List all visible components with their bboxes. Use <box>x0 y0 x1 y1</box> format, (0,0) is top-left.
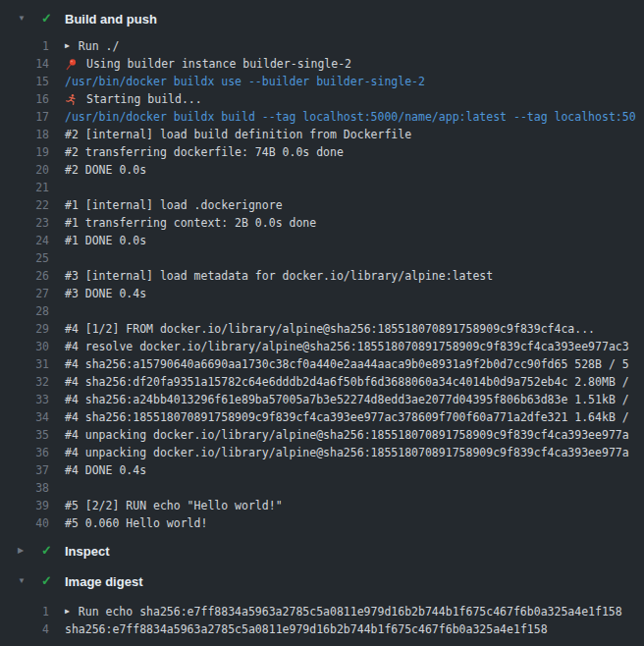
log-line: 25 <box>0 249 644 267</box>
line-number[interactable]: 16 <box>0 90 49 108</box>
log-text: #4 unpacking docker.io/library/alpine@sh… <box>65 444 629 461</box>
line-number[interactable]: 20 <box>0 161 49 179</box>
log-line-text: ▶Run ./ <box>49 37 644 55</box>
log-line-text: #5 [2/2] RUN echo "Hello world!" <box>49 497 644 514</box>
line-number[interactable]: 15 <box>0 73 49 90</box>
line-number[interactable]: 36 <box>0 444 49 461</box>
pushpin-icon <box>65 58 78 71</box>
log-text: #4 sha256:a24bb4013296f61e89ba57005a7b3e… <box>65 391 629 408</box>
line-number[interactable]: 38 <box>0 479 49 497</box>
check-icon: ✓ <box>41 10 65 27</box>
log-line: 16Starting build... <box>0 90 644 108</box>
line-number[interactable]: 23 <box>0 214 49 232</box>
run-arrow-icon[interactable]: ▶ <box>65 603 70 620</box>
log-line-text <box>49 249 644 267</box>
log-line-text: #4 unpacking docker.io/library/alpine@sh… <box>49 426 644 444</box>
runner-icon <box>65 93 78 106</box>
log-line-text: #4 unpacking docker.io/library/alpine@sh… <box>49 444 644 461</box>
line-number[interactable]: 37 <box>0 461 49 479</box>
line-number[interactable]: 28 <box>0 302 49 320</box>
log-line: 24#1 DONE 0.0s <box>0 232 644 249</box>
line-number[interactable]: 17 <box>0 108 49 126</box>
log-line-text: /usr/bin/docker buildx build --tag local… <box>49 108 644 126</box>
line-number[interactable]: 35 <box>0 426 49 444</box>
line-number[interactable]: 31 <box>0 355 49 373</box>
log-text: #2 transferring dockerfile: 74B 0.0s don… <box>65 143 344 161</box>
log-text: sha256:e7ff8834a5963a2785c5a0811e979d16b… <box>65 620 548 638</box>
log-line: 39#5 [2/2] RUN echo "Hello world!" <box>0 497 644 514</box>
log-line: 23#1 transferring context: 2B 0.0s done <box>0 214 644 232</box>
log-line-text: #4 sha256:df20fa9351a15782c64e6dddb2d4a6… <box>49 373 644 391</box>
log-line-text: #4 DONE 0.4s <box>49 461 644 479</box>
run-arrow-icon[interactable]: ▶ <box>65 37 70 55</box>
log-text: /usr/bin/docker buildx build --tag local… <box>65 108 636 126</box>
log-text: Using builder instance builder-single-2 <box>86 55 351 73</box>
log-text: #4 unpacking docker.io/library/alpine@sh… <box>65 426 629 444</box>
line-number[interactable]: 19 <box>0 143 49 161</box>
line-number[interactable]: 40 <box>0 514 49 532</box>
log-line-text: #2 [internal] load build definition from… <box>49 126 644 143</box>
log-text: #4 DONE 0.4s <box>65 461 146 479</box>
actions-log: ▼✓Build and push1▶Run ./14Using builder … <box>0 0 644 638</box>
log-text: Run ./ <box>79 37 120 55</box>
log-text: #4 sha256:a15790640a6690aa1730c38cf0a440… <box>65 355 629 373</box>
log-line-text <box>49 302 644 320</box>
log-text: #4 resolve docker.io/library/alpine@sha2… <box>65 338 629 355</box>
log-line: 32#4 sha256:df20fa9351a15782c64e6dddb2d4… <box>0 373 644 391</box>
log-line: 35#4 unpacking docker.io/library/alpine@… <box>0 426 644 444</box>
line-number[interactable]: 33 <box>0 391 49 408</box>
section-header-build-and-push[interactable]: ▼✓Build and push <box>0 10 644 27</box>
line-number[interactable]: 4 <box>0 620 49 638</box>
log-line: 20#2 DONE 0.0s <box>0 161 644 179</box>
log-line-text: /usr/bin/docker buildx use --builder bui… <box>49 73 644 90</box>
log-text: #1 [internal] load .dockerignore <box>65 196 283 214</box>
line-number[interactable]: 1 <box>0 37 49 55</box>
log-line-text: #3 DONE 0.4s <box>49 285 644 302</box>
log-line-text <box>49 479 644 497</box>
line-number[interactable]: 18 <box>0 126 49 143</box>
chevron-down-icon[interactable]: ▼ <box>0 572 41 590</box>
section-body-build-and-push: 1▶Run ./14Using builder instance builder… <box>0 37 644 532</box>
log-line: 14Using builder instance builder-single-… <box>0 55 644 73</box>
section-header-inspect[interactable]: ▶✓Inspect <box>0 542 644 560</box>
log-line-text: ▶Run echo sha256:e7ff8834a5963a2785c5a08… <box>49 603 644 620</box>
chevron-right-icon[interactable]: ▶ <box>0 542 41 560</box>
log-line-text: #3 [internal] load metadata for docker.i… <box>49 267 644 285</box>
log-line-text: #2 DONE 0.0s <box>49 161 644 179</box>
log-line: 4sha256:e7ff8834a5963a2785c5a0811e979d16… <box>0 620 644 638</box>
log-line: 30#4 resolve docker.io/library/alpine@sh… <box>0 338 644 355</box>
log-section-inspect: ▶✓Inspect <box>0 542 644 560</box>
log-line: 19#2 transferring dockerfile: 74B 0.0s d… <box>0 143 644 161</box>
line-number[interactable]: 25 <box>0 249 49 267</box>
line-number[interactable]: 34 <box>0 408 49 426</box>
line-number[interactable]: 26 <box>0 267 49 285</box>
section-header-image-digest[interactable]: ▼✓Image digest <box>0 572 644 590</box>
line-number[interactable]: 24 <box>0 232 49 249</box>
log-text: /usr/bin/docker buildx use --builder bui… <box>65 73 425 90</box>
log-line-text: #4 sha256:a15790640a6690aa1730c38cf0a440… <box>49 355 644 373</box>
log-line: 1▶Run ./ <box>0 37 644 55</box>
chevron-down-icon[interactable]: ▼ <box>0 10 41 27</box>
line-number[interactable]: 27 <box>0 285 49 302</box>
line-number[interactable]: 1 <box>0 603 49 620</box>
line-number[interactable]: 22 <box>0 196 49 214</box>
log-line-text: #1 transferring context: 2B 0.0s done <box>49 214 644 232</box>
log-text: #3 DONE 0.4s <box>65 285 146 302</box>
line-number[interactable]: 30 <box>0 338 49 355</box>
log-line: 22#1 [internal] load .dockerignore <box>0 196 644 214</box>
section-title: Inspect <box>65 544 110 559</box>
log-section-image-digest: ▼✓Image digest1▶Run echo sha256:e7ff8834… <box>0 572 644 638</box>
log-line: 17/usr/bin/docker buildx build --tag loc… <box>0 108 644 126</box>
line-number[interactable]: 32 <box>0 373 49 391</box>
log-line: 18#2 [internal] load build definition fr… <box>0 126 644 143</box>
log-text: #4 sha256:185518070891758909c9f839cf4ca3… <box>65 408 629 426</box>
log-line: 15/usr/bin/docker buildx use --builder b… <box>0 73 644 90</box>
line-number[interactable]: 14 <box>0 55 49 73</box>
log-line-text: Using builder instance builder-single-2 <box>49 55 644 73</box>
line-number[interactable]: 29 <box>0 320 49 338</box>
log-line: 31#4 sha256:a15790640a6690aa1730c38cf0a4… <box>0 355 644 373</box>
log-line-text: #5 0.060 Hello world! <box>49 514 644 532</box>
line-number[interactable]: 39 <box>0 497 49 514</box>
log-line-text: #4 sha256:a24bb4013296f61e89ba57005a7b3e… <box>49 391 644 408</box>
line-number[interactable]: 21 <box>0 179 49 196</box>
